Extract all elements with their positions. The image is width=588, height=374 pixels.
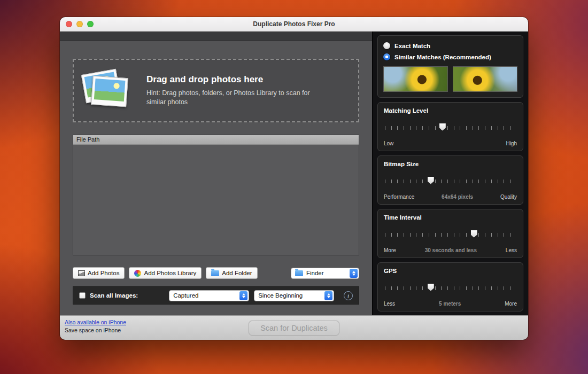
since-select[interactable]: Since Beginning [254,290,334,301]
label-low: Low [384,141,393,146]
match-mode-box: Exact Match Similar Matches (Recommended… [377,35,523,98]
time-interval-slider[interactable] [385,230,516,239]
toolbar: Add Photos Add Photos Library Add Folder… [73,267,359,279]
gps-section: GPS Less 5 meters More [377,262,523,311]
bitmap-size-section: Bitmap Size Performance 64x64 pixels Qua… [377,155,523,205]
bitmap-size-labels: Performance 64x64 pixels Quality [384,194,517,200]
exact-match-radio[interactable]: Exact Match [383,40,517,51]
finder-select[interactable]: Finder [291,268,359,279]
add-photos-library-button[interactable]: Add Photos Library [129,267,202,279]
slider-ticks [385,233,516,237]
matching-level-slider[interactable] [385,123,516,132]
radio-unselected-icon [383,42,390,49]
window-title: Duplicate Photos Fixer Pro [253,20,335,28]
matching-level-title: Matching Level [384,107,517,114]
since-select-value: Since Beginning [258,292,322,299]
bitmap-size-title: Bitmap Size [384,161,517,167]
chevron-down-icon [242,296,245,298]
photo-front-icon [91,75,128,106]
folder-icon [211,270,219,276]
sample-thumbnails [383,66,517,92]
chevron-down-icon [352,274,355,276]
sidebar: Exact Match Similar Matches (Recommended… [372,32,528,315]
stepper-icon [324,291,332,300]
footer-left: Also available on iPhone Save space on i… [65,319,126,333]
add-photos-button[interactable]: Add Photos [73,267,125,279]
footer-bar: Also available on iPhone Save space on i… [60,315,528,340]
slider-ticks [385,286,516,290]
chevron-up-icon [242,293,245,295]
desktop-wallpaper: Duplicate Photos Fixer Pro Drag and drop… [0,0,588,374]
add-photos-label: Add Photos [88,270,119,276]
chevron-down-icon [327,296,330,298]
zoom-button[interactable] [87,21,94,27]
traffic-lights [66,17,94,31]
app-window: Duplicate Photos Fixer Pro Drag and drop… [60,17,528,340]
label-more: More [384,247,396,253]
photo-icon [78,270,85,276]
iphone-subtext: Save space on iPhone [65,327,126,333]
add-photos-library-label: Add Photos Library [144,270,196,276]
titlebar: Duplicate Photos Fixer Pro [60,17,528,32]
chevron-up-icon [352,271,355,273]
dropzone-text: Drag and drop photos here Hint: Drag pho… [146,74,328,107]
label-less: Less [384,301,395,307]
exact-match-label: Exact Match [394,43,430,49]
captured-select-value: Captured [173,292,237,299]
gps-slider[interactable] [385,283,516,292]
file-list-header[interactable]: File Path [73,135,359,145]
gps-title: GPS [384,268,517,274]
matching-level-section: Matching Level Low High [377,102,523,151]
main-panel: Drag and drop photos here Hint: Drag pho… [60,32,372,315]
info-icon[interactable]: i [344,291,353,300]
dropzone-title: Drag and drop photos here [146,74,328,85]
matching-level-labels: Low High [384,141,517,146]
scan-all-label: Scan all Images: [90,292,138,299]
similar-matches-radio[interactable]: Similar Matches (Recommended) [383,51,517,63]
similar-matches-label: Similar Matches (Recommended) [394,54,491,60]
label-seconds: 30 seconds and less [425,247,477,253]
chevron-up-icon [327,293,330,295]
sunflower-thumbnail-1 [383,66,448,92]
sunflower-thumbnail-2 [453,66,517,92]
time-interval-section: Time Interval More 30 seconds and less L… [377,209,523,258]
label-less: Less [506,247,517,253]
gps-labels: Less 5 meters More [384,301,517,307]
label-pixels: 64x64 pixels [442,194,473,200]
iphone-link[interactable]: Also available on iPhone [65,319,126,325]
top-strip [60,32,372,41]
time-interval-labels: More 30 seconds and less Less [384,247,517,253]
stepper-icon [350,269,358,278]
slider-ticks [385,126,516,130]
scan-all-checkbox[interactable] [79,292,86,299]
add-folder-label: Add Folder [222,270,252,276]
label-more: More [505,301,517,307]
scan-for-duplicates-button[interactable]: Scan for Duplicates [249,321,339,336]
file-list-body[interactable] [73,145,359,255]
scan-options-bar: Scan all Images: Captured Since Beginnin… [73,286,359,305]
minimize-button[interactable] [76,21,83,27]
add-folder-button[interactable]: Add Folder [206,267,257,279]
label-high: High [506,141,517,146]
file-list: File Path [73,135,359,255]
stepper-icon [239,291,247,300]
content-area: Drag and drop photos here Hint: Drag pho… [60,32,528,315]
dropzone[interactable]: Drag and drop photos here Hint: Drag pho… [73,59,359,122]
time-interval-title: Time Interval [384,214,517,221]
radio-selected-icon [383,53,390,60]
finder-select-value: Finder [306,270,347,276]
captured-select[interactable]: Captured [169,290,249,301]
label-meters: 5 meters [439,301,461,307]
bitmap-size-slider[interactable] [385,176,516,185]
close-button[interactable] [66,21,72,27]
dropzone-hint: Hint: Drag photos, folders, or Photos Li… [146,89,328,107]
label-quality: Quality [500,194,517,200]
photos-library-icon [134,270,141,277]
slider-ticks [385,180,516,183]
finder-folder-icon [295,270,303,276]
photo-stack-icon [82,67,134,114]
label-performance: Performance [384,194,414,200]
